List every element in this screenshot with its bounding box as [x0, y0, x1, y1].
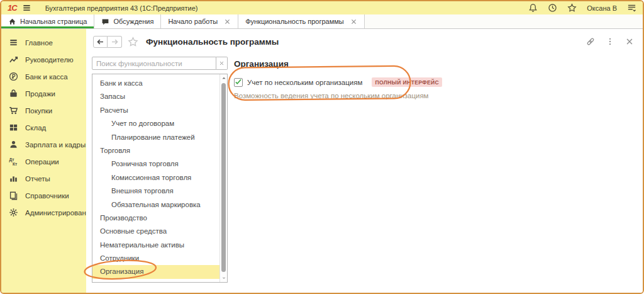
- tab-label: Обсуждения: [113, 18, 153, 25]
- functionality-list: Банк и кассаЗапасыРасчетыУчет по договор…: [92, 74, 228, 283]
- sidebar-item-справочники[interactable]: Справочники: [1, 187, 86, 204]
- add-to-favorites-icon[interactable]: [128, 37, 138, 47]
- list-item-внешняя-торговля[interactable]: Внешняя торговля: [92, 184, 219, 198]
- clear-search-icon[interactable]: [216, 57, 228, 70]
- list-item-банк-и-касса[interactable]: Банк и касса: [92, 77, 219, 90]
- sidebar-item-label: Справочники: [25, 192, 69, 200]
- list-item-планирование-платежей[interactable]: Планирование платежей: [92, 131, 219, 144]
- ruble-icon: [9, 72, 18, 81]
- scroll-up-icon[interactable]: [220, 74, 227, 82]
- list-item-организация[interactable]: Организация: [92, 265, 219, 278]
- list-item-обязательная-маркировка[interactable]: Обязательная маркировка: [92, 198, 219, 212]
- chart-icon: [9, 174, 18, 183]
- functionality-tree-pane: Банк и кассаЗапасыРасчетыУчет по договор…: [92, 57, 228, 293]
- sidebar-item-label: Операции: [25, 158, 59, 166]
- sidebar-item-зарплата-и-кадры[interactable]: Зарплата и кадры: [1, 136, 86, 153]
- form-header: Функциональность программы: [86, 29, 643, 54]
- books-icon: [9, 191, 18, 200]
- get-link-icon[interactable]: [586, 37, 595, 46]
- menu-icon: [9, 38, 18, 47]
- sidebar-item-администрирование[interactable]: Администрирование: [1, 204, 86, 221]
- tab-close-icon[interactable]: [224, 18, 231, 25]
- back-button[interactable]: [93, 36, 108, 48]
- list-item-запасы[interactable]: Запасы: [92, 90, 219, 103]
- sidebar-item-продажи[interactable]: Продажи: [1, 85, 86, 102]
- sidebar-item-label: Склад: [25, 124, 46, 132]
- scroll-down-icon[interactable]: [220, 274, 227, 282]
- sidebar-item-банк-и-касса[interactable]: Банк и касса: [1, 68, 86, 85]
- trend-icon: [9, 55, 18, 64]
- list-item-торговля[interactable]: Торговля: [92, 144, 219, 157]
- gear-icon: [9, 208, 18, 217]
- sidebar-item-покупки[interactable]: Покупки: [1, 102, 86, 119]
- list-item-расчеты[interactable]: Расчеты: [92, 104, 219, 117]
- tab-функциональность-программы[interactable]: Функциональность программы: [238, 14, 365, 28]
- list-item-сотрудники[interactable]: Сотрудники: [92, 252, 219, 265]
- tab-label: Функциональность программы: [245, 18, 344, 25]
- list-scrollbar[interactable]: [219, 74, 227, 282]
- tab-label: Начало работы: [168, 18, 218, 25]
- sidebar-item-label: Администрирование: [25, 209, 94, 217]
- list-item-учет-по-договорам[interactable]: Учет по договорам: [92, 117, 219, 130]
- sidebar-item-label: Банк и касса: [25, 73, 68, 81]
- favorites-star-icon[interactable]: [567, 3, 577, 13]
- person-icon: [9, 140, 18, 149]
- scrollbar-thumb[interactable]: [221, 83, 226, 272]
- list-item-производство[interactable]: Производство: [92, 212, 219, 225]
- sidebar-item-label: Руководителю: [25, 56, 74, 64]
- sidebar-item-label: Продажи: [25, 90, 55, 98]
- svg-text:Кт: Кт: [13, 162, 18, 166]
- service-settings-menu-icon[interactable]: [627, 3, 636, 13]
- form-title: Функциональность программы: [146, 37, 279, 47]
- section-heading: Организация: [234, 59, 634, 69]
- search-input[interactable]: [92, 57, 216, 70]
- main-menu-icon[interactable]: [22, 3, 31, 13]
- bag-icon: [9, 89, 18, 98]
- sidebar-item-руководителю[interactable]: Руководителю: [1, 51, 86, 68]
- chat-icon: [101, 18, 109, 26]
- sections-sidebar: ГлавноеРуководителюБанк и кассаПродажиПо…: [1, 29, 86, 293]
- cart-icon: [9, 106, 18, 115]
- sidebar-item-label: Зарплата и кадры: [25, 141, 86, 149]
- list-item-нематериальные-активы[interactable]: Нематериальные активы: [92, 239, 219, 252]
- sidebar-item-label: Отчеты: [25, 175, 50, 183]
- tab-close-icon[interactable]: [350, 18, 357, 25]
- boxes-icon: [9, 123, 18, 132]
- list-item-основные-средства[interactable]: Основные средства: [92, 225, 219, 238]
- sidebar-item-операции[interactable]: ДтКтОперации: [1, 153, 86, 170]
- multi-org-description: Возможность ведения учета по нескольким …: [234, 92, 634, 99]
- sidebar-item-label: Главное: [25, 39, 53, 47]
- sidebar-item-склад[interactable]: Склад: [1, 119, 86, 136]
- list-item-комиссионная-торговля[interactable]: Комиссионная торговля: [92, 171, 219, 184]
- multi-org-checkbox[interactable]: [234, 78, 243, 87]
- tab-label: Начальная страница: [20, 18, 87, 25]
- tab-обсуждения[interactable]: Обсуждения: [94, 14, 161, 28]
- sidebar-item-отчеты[interactable]: Отчеты: [1, 170, 86, 187]
- sidebar-item-главное[interactable]: Главное: [1, 34, 86, 51]
- title-bar: 1С Бухгалтерия предприятия 43 (1С:Предпр…: [1, 1, 643, 14]
- app-window: 1С Бухгалтерия предприятия 43 (1С:Предпр…: [0, 0, 644, 294]
- notifications-bell-icon[interactable]: [528, 3, 538, 13]
- forward-button[interactable]: [108, 36, 122, 48]
- section-settings-pane: Организация Учет по нескольким организац…: [228, 57, 634, 293]
- tabbar-filler: [365, 14, 643, 28]
- current-user[interactable]: Оксана В: [587, 4, 617, 12]
- tab-начало-работы[interactable]: Начало работы: [161, 14, 238, 28]
- list-item-розничная-торговля[interactable]: Розничная торговля: [92, 157, 219, 171]
- close-form-icon[interactable]: [625, 37, 634, 46]
- full-interface-badge: ПОЛНЫЙ ИНТЕРФЕЙС: [372, 77, 442, 87]
- tab-начальная-страница[interactable]: Начальная страница: [1, 14, 94, 28]
- multi-org-checkbox-label[interactable]: Учет по нескольким организациям: [247, 79, 362, 86]
- dtkt-icon: ДтКт: [9, 157, 18, 166]
- more-actions-icon[interactable]: [606, 37, 614, 46]
- sidebar-item-label: Покупки: [25, 107, 52, 115]
- form-area: Функциональность программы Банк и кассаЗ…: [86, 29, 643, 293]
- home-icon: [8, 18, 16, 26]
- tab-bar: Начальная страницаОбсужденияНачало работ…: [1, 14, 643, 29]
- history-icon[interactable]: [548, 3, 557, 13]
- 1c-logo: 1С: [8, 4, 17, 12]
- window-title: Бухгалтерия предприятия 43 (1С:Предприят…: [45, 4, 198, 12]
